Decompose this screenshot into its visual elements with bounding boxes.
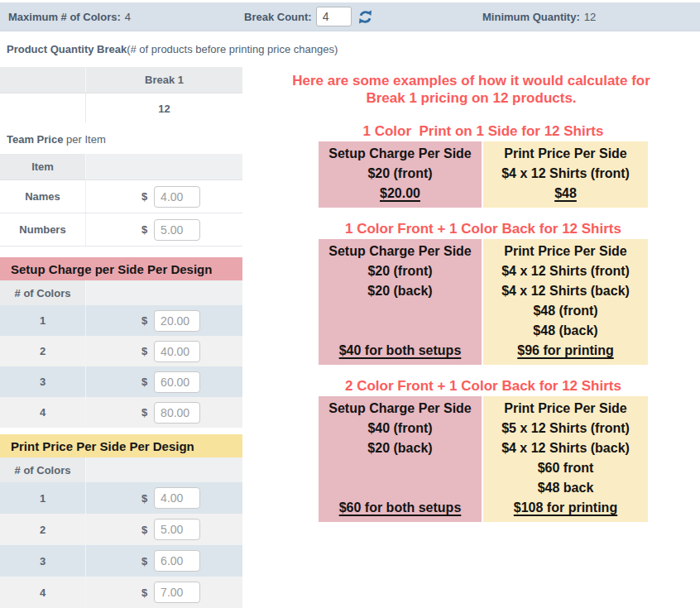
print-total: $96 for printing (485, 341, 646, 361)
setup-charge-table: # of Colors 1 $ 2 $ (0, 280, 242, 428)
setup-3-color-input[interactable] (154, 371, 200, 393)
setup-column-header: Setup Charge Per Side (320, 144, 480, 164)
print-total: $48 (485, 184, 646, 203)
example-3-block: Setup Charge Per Side $40 (front) $20 (b… (319, 396, 648, 522)
min-quantity-field: Minimum Quantity: 12 (482, 2, 596, 31)
setup-row-1-label: 1 (0, 305, 85, 336)
example-1-print-column: Print Price Per Side $4 x 12 Shirts (fro… (483, 141, 648, 208)
setup-total: $60 for both setups (320, 498, 480, 518)
print-line: $48 back (485, 478, 646, 498)
setup-total: $40 for both setups (320, 341, 480, 361)
setup-column-header: Setup Charge Per Side (320, 242, 480, 261)
max-colors-field: Maximum # of Colors: 4 (8, 2, 131, 31)
num-colors-column-header: # of Colors (0, 280, 85, 305)
setup-4-color-input[interactable] (154, 402, 200, 424)
print-row-4-cell: $ (85, 577, 242, 608)
print-line: $48 (back) (485, 321, 646, 341)
team-price-heading-bold: Team Price (7, 133, 63, 146)
setup-row-1-cell: $ (85, 305, 242, 336)
dollar-sign: $ (141, 345, 147, 357)
setup-table-header-spacer (85, 280, 242, 305)
setup-row-4-label: 4 (0, 397, 85, 428)
print-line: $4 x 12 Shirts (back) (485, 438, 646, 458)
dollar-sign: $ (141, 223, 147, 236)
setup-1-color-input[interactable] (154, 310, 200, 332)
team-price-heading-rest: per Item (63, 133, 105, 146)
section-title-bold: Product Quantity Break (7, 43, 127, 55)
table-row: 1 $ (0, 482, 242, 514)
setup-line: $40 (front) (320, 419, 480, 438)
setup-2-color-input[interactable] (154, 341, 200, 362)
print-table-header-spacer (85, 457, 242, 482)
break-count-field: Break Count: (244, 2, 373, 31)
examples-heading: Here are some examples of how it would c… (242, 72, 700, 107)
table-row: 4 $ (0, 397, 242, 428)
table-row: Numbers $ (0, 213, 242, 247)
break-table: Break 1 12 (0, 67, 242, 123)
print-column-header: Print Price Per Side (485, 242, 646, 261)
setup-line: $20 (back) (320, 438, 480, 458)
break-count-input[interactable] (316, 7, 352, 26)
setup-line: $20 (front) (320, 164, 480, 184)
example-1-setup-column: Setup Charge Per Side $20 (front) $20.00 (319, 141, 483, 208)
print-1-color-input[interactable] (154, 487, 200, 509)
numbers-row-label: Numbers (0, 213, 85, 246)
print-2-color-input[interactable] (154, 519, 200, 540)
print-row-2-cell: $ (85, 514, 242, 545)
team-price-heading: Team Price per Item (7, 133, 242, 146)
dollar-sign: $ (141, 190, 147, 203)
setup-line: $20 (back) (320, 281, 480, 301)
item-table-header-row: Item (0, 154, 242, 180)
item-price-table: Item Names $ Numbers $ (0, 154, 242, 247)
setup-table-header-row: # of Colors (0, 280, 242, 305)
names-row-label: Names (0, 180, 85, 213)
print-column-header: Print Price Per Side (485, 144, 646, 164)
print-3-color-input[interactable] (154, 550, 200, 572)
min-quantity-value: 12 (584, 11, 596, 23)
break-table-empty-cell (0, 93, 85, 123)
print-row-1-label: 1 (0, 482, 85, 514)
examples-heading-line1: Here are some examples of how it would c… (242, 72, 700, 89)
example-2-print-column: Print Price Per Side $4 x 12 Shirts (fro… (483, 239, 648, 365)
numbers-price-input[interactable] (154, 219, 200, 241)
section-title-note: (# of products before printing price cha… (127, 43, 338, 55)
print-line: $4 x 12 Shirts (back) (485, 281, 646, 301)
print-line: $4 x 12 Shirts (front) (485, 261, 646, 281)
print-line: $48 (front) (485, 301, 646, 321)
example-3-setup-column: Setup Charge Per Side $40 (front) $20 (b… (319, 396, 483, 522)
setup-row-3-cell: $ (85, 366, 242, 397)
num-colors-column-header: # of Colors (0, 457, 85, 482)
dollar-sign: $ (141, 586, 147, 599)
example-3-title: 2 Color Front + 1 Color Back for 12 Shir… (319, 378, 648, 395)
item-table-header-spacer (85, 154, 242, 180)
table-row: 2 $ (0, 514, 242, 545)
names-price-cell: $ (85, 180, 242, 213)
setup-row-3-label: 3 (0, 366, 85, 397)
max-colors-value: 4 (125, 11, 131, 23)
example-1-block: Setup Charge Per Side $20 (front) $20.00… (319, 141, 648, 208)
break-table-corner-cell (0, 67, 85, 93)
print-row-3-cell: $ (85, 545, 242, 577)
print-table-header-row: # of Colors (0, 457, 242, 482)
setup-row-2-label: 2 (0, 336, 85, 366)
setup-column-header: Setup Charge Per Side (320, 399, 480, 419)
table-row: 2 $ (0, 336, 242, 366)
refresh-icon[interactable] (357, 9, 373, 25)
setup-line: $20 (front) (320, 261, 480, 281)
examples-panel: Here are some examples of how it would c… (242, 65, 700, 522)
print-row-2-label: 2 (0, 514, 85, 545)
break-table-header-row: Break 1 (0, 67, 242, 93)
setup-charge-table-title: Setup Charge per Side Per Design (0, 257, 242, 280)
print-line: $60 front (485, 458, 646, 478)
pricing-tables-panel: Break 1 12 Team Price per Item Item Name… (0, 65, 242, 608)
max-colors-label: Maximum # of Colors: (8, 11, 121, 23)
table-row: 3 $ (0, 366, 242, 397)
print-4-color-input[interactable] (154, 582, 200, 603)
table-row: Names $ (0, 180, 242, 213)
setup-row-2-cell: $ (85, 336, 242, 366)
section-title: Product Quantity Break(# of products bef… (7, 43, 700, 56)
print-column-header: Print Price Per Side (485, 399, 646, 419)
dollar-sign: $ (141, 555, 147, 567)
names-price-input[interactable] (154, 186, 200, 208)
print-price-table: # of Colors 1 $ 2 $ (0, 457, 242, 608)
